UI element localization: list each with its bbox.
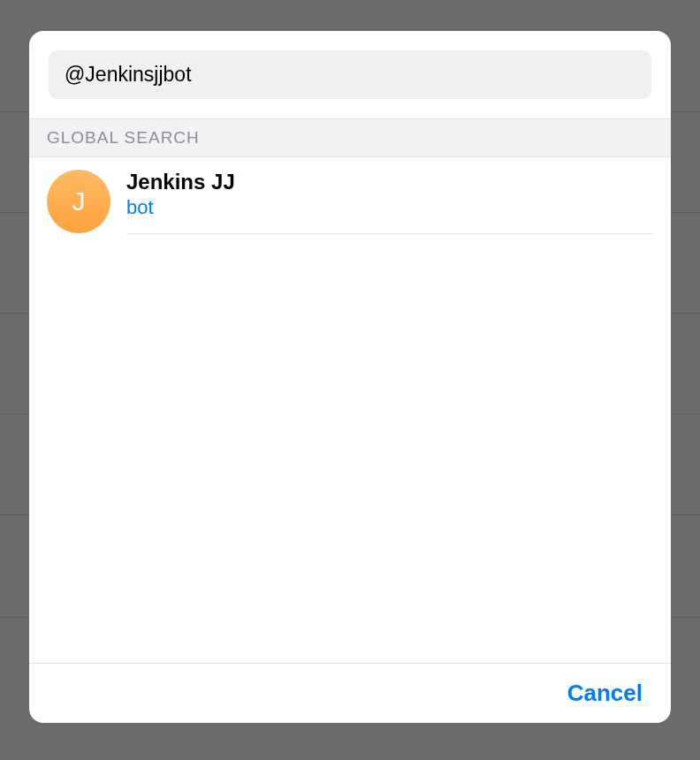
- cancel-button[interactable]: Cancel: [567, 680, 643, 707]
- section-header-label: GLOBAL SEARCH: [47, 128, 200, 147]
- search-input[interactable]: [49, 50, 651, 99]
- search-result-row[interactable]: J Jenkins JJ bot: [29, 157, 671, 234]
- result-subtitle: bot: [126, 196, 653, 219]
- result-content: Jenkins JJ bot: [126, 168, 653, 234]
- result-name: Jenkins JJ: [126, 170, 653, 194]
- modal-footer: Cancel: [29, 663, 671, 723]
- avatar: J: [47, 170, 110, 233]
- results-list: J Jenkins JJ bot: [29, 157, 671, 663]
- avatar-letter: J: [72, 186, 86, 217]
- search-container: [29, 31, 671, 118]
- section-header: GLOBAL SEARCH: [29, 118, 671, 157]
- search-modal: GLOBAL SEARCH J Jenkins JJ bot Cancel: [29, 31, 671, 723]
